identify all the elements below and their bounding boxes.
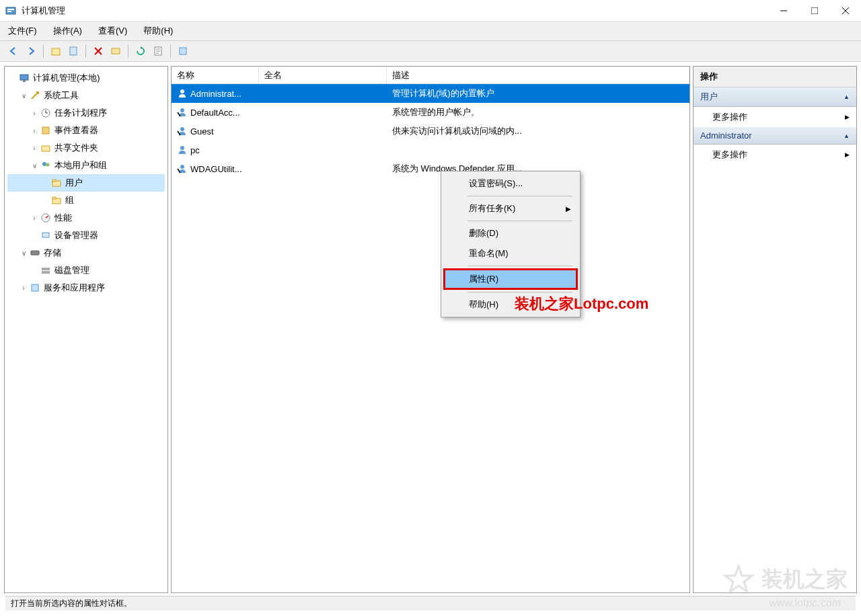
separator [170,44,171,58]
user-icon [177,88,188,99]
expand-icon[interactable]: › [29,145,40,152]
svg-rect-29 [42,271,50,274]
folder-icon [50,194,63,206]
export-button[interactable] [150,43,166,59]
user-row-administrator[interactable]: Administrat... 管理计算机(域)的内置帐户 [172,84,689,103]
svg-rect-13 [180,48,186,54]
tree-localusers[interactable]: ∨本地用户和组 [7,157,165,174]
svg-point-31 [180,89,184,93]
help-button[interactable] [175,43,191,59]
up-button[interactable] [48,43,64,59]
svg-rect-30 [32,284,38,291]
svg-rect-15 [23,80,26,82]
user-row-wdag[interactable]: WDAGUtilit... 系统为 Windows Defender 应用... [172,159,689,178]
disk-icon [40,264,52,276]
ctx-all-tasks[interactable]: 所有任务(K)▶ [443,198,578,219]
tree-groups[interactable]: 组 [7,192,165,209]
submenu-arrow-icon: ▶ [845,114,850,120]
svg-point-20 [46,163,50,167]
user-row-defaultaccount[interactable]: DefaultAcc... 系统管理的用户帐户。 [172,103,689,122]
svg-rect-17 [42,127,49,134]
svg-rect-2 [7,11,11,12]
annotation-overlay: 装机之家Lotpc.com [515,294,648,314]
svg-rect-26 [42,233,49,237]
svg-point-19 [42,162,46,166]
close-button[interactable] [830,0,861,22]
refresh-button[interactable] [133,43,149,59]
svg-rect-18 [42,146,50,151]
separator [467,266,572,266]
forward-button[interactable] [23,43,39,59]
window-title: 计算机管理 [22,5,768,17]
ctx-set-password[interactable]: 设置密码(S)... [443,174,578,194]
svg-rect-28 [42,268,50,270]
col-description[interactable]: 描述 [387,67,689,84]
svg-rect-27 [31,251,39,255]
ctx-rename[interactable]: 重命名(M) [443,243,578,264]
svg-rect-1 [7,9,14,10]
user-row-pc[interactable]: pc [172,141,689,159]
expand-icon[interactable]: › [29,127,40,134]
folder-icon [50,177,63,189]
perf-icon [40,212,52,224]
menu-help[interactable]: 帮助(H) [141,24,176,38]
col-fullname[interactable]: 全名 [259,67,387,84]
collapse-icon: ▲ [844,93,850,100]
users-icon [40,159,52,171]
svg-rect-24 [52,197,56,199]
action-section-users[interactable]: 用户▲ [694,87,856,107]
menu-view[interactable]: 查看(V) [96,24,130,38]
ctx-delete[interactable]: 删除(D) [443,223,578,243]
minimize-button[interactable] [768,0,799,22]
tree-devmgr[interactable]: 设备管理器 [7,227,165,244]
collapse-icon[interactable]: ∨ [29,162,40,169]
menu-file[interactable]: 文件(F) [5,24,40,38]
user-row-guest[interactable]: Guest 供来宾访问计算机或访问域的内... [172,122,689,141]
tools-icon [29,89,41,102]
action-button[interactable] [108,43,124,59]
action-more-admin[interactable]: 更多操作▶ [694,145,856,165]
svg-rect-7 [52,48,60,55]
tree-services[interactable]: ›服务和应用程序 [7,279,165,297]
tree-performance[interactable]: ›性能 [7,209,165,227]
user-icon [177,163,188,174]
svg-rect-22 [52,180,56,182]
expand-icon[interactable]: › [18,284,29,292]
tree-storage[interactable]: ∨存储 [7,244,165,262]
computer-icon [18,72,30,84]
action-more-users[interactable]: 更多操作▶ [694,107,856,127]
tree-sharedfolders[interactable]: ›共享文件夹 [7,139,165,157]
expand-icon[interactable]: › [29,110,40,117]
delete-button[interactable] [90,43,106,59]
app-icon [5,5,16,16]
collapse-icon[interactable]: ∨ [18,92,29,100]
col-name[interactable]: 名称 [172,67,259,84]
tree-tasksched[interactable]: ›任务计划程序 [7,104,165,122]
tree-users[interactable]: 用户 [7,174,165,192]
toolbar [0,40,861,62]
actions-header: 操作 [694,67,856,87]
svg-rect-8 [70,47,77,55]
tree-eventviewer[interactable]: ›事件查看器 [7,122,165,139]
svg-point-35 [180,165,184,169]
separator [43,44,44,58]
svg-rect-4 [811,7,818,14]
statusbar: 打开当前所选内容的属性对话框。 [5,596,856,611]
collapse-icon[interactable]: ∨ [18,249,29,257]
menubar: 文件(F) 操作(A) 查看(V) 帮助(H) [0,22,861,40]
event-icon [40,124,52,137]
tree-systools[interactable]: ∨系统工具 [7,87,165,104]
menu-action[interactable]: 操作(A) [50,24,85,38]
expand-icon[interactable]: › [29,215,40,222]
back-button[interactable] [5,43,22,59]
clock-icon [40,107,52,119]
ctx-properties[interactable]: 属性(R) [443,268,578,290]
action-section-administrator[interactable]: Administrator▲ [694,127,856,145]
svg-rect-11 [112,48,120,54]
separator [467,292,572,293]
properties-button[interactable] [65,43,81,59]
tree-root[interactable]: 计算机管理(本地) [7,69,165,87]
maximize-button[interactable] [799,0,830,22]
tree-diskmgmt[interactable]: 磁盘管理 [7,262,165,279]
separator [467,221,572,221]
